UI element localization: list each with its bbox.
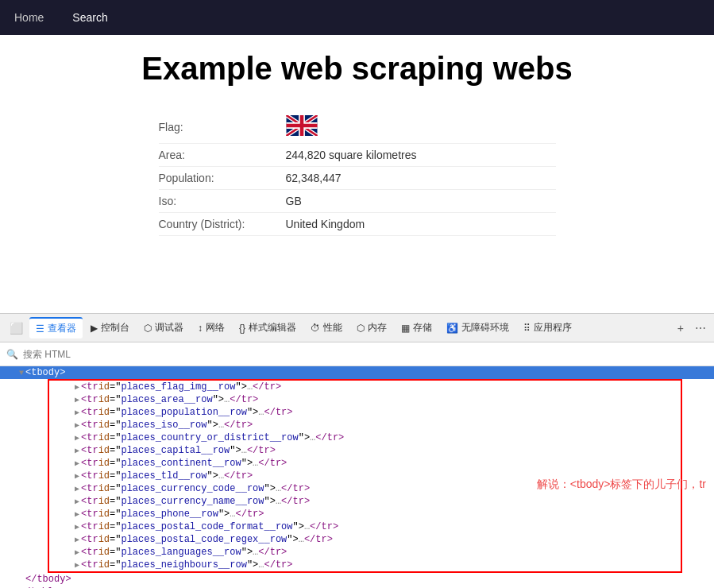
app-icon: ⠿ bbox=[523, 323, 531, 334]
app-label: 应用程序 bbox=[534, 321, 572, 335]
inspector-label: 查看器 bbox=[48, 322, 76, 335]
console-icon: ▶ bbox=[91, 323, 98, 334]
tbody-open-line[interactable]: ▼ <tbody> bbox=[0, 366, 714, 379]
table-row-country[interactable]: ▶ <tr id="places_country_or_district__ro… bbox=[49, 431, 681, 444]
html-tree: ▼ <tbody> ▶ <tr id="places_flag_img__row… bbox=[0, 366, 714, 588]
devtools-cursor-tool[interactable]: ⬜ bbox=[5, 319, 28, 338]
performance-icon: ⏱ bbox=[311, 323, 320, 334]
row-expand-currency-name[interactable]: ▶ bbox=[75, 497, 79, 506]
accessibility-icon: ♿ bbox=[446, 323, 458, 334]
devtools-tab-performance[interactable]: ⏱ 性能 bbox=[304, 318, 349, 338]
storage-label: 存储 bbox=[413, 321, 432, 335]
row-expand-postal-regex[interactable]: ▶ bbox=[75, 535, 79, 544]
population-value: 62,348,447 bbox=[286, 172, 342, 184]
main-content: Example web scraping webs Flag: Area: 24… bbox=[0, 35, 714, 313]
nav-search[interactable]: Search bbox=[66, 8, 114, 27]
html-search-bar: 🔍 bbox=[0, 342, 714, 366]
row-expand-area[interactable]: ▶ bbox=[75, 395, 79, 404]
devtools-tab-memory[interactable]: ⬡ 内存 bbox=[350, 318, 393, 338]
inspector-icon: ☰ bbox=[36, 323, 44, 335]
style-icon: {} bbox=[239, 323, 245, 334]
memory-icon: ⬡ bbox=[357, 323, 365, 334]
more-tools-button[interactable]: ⋯ bbox=[692, 320, 709, 336]
tbody-close-line[interactable]: </tbody> bbox=[0, 573, 714, 586]
debugger-icon: ⬡ bbox=[144, 323, 152, 334]
table-row-currency-name[interactable]: ▶ <tr id="places_currency_name__row"> … … bbox=[49, 495, 681, 508]
page-title: Example web scraping webs bbox=[0, 51, 714, 87]
devtools-tab-inspector[interactable]: ☰ 查看器 bbox=[29, 317, 83, 338]
devtools-tab-style-editor[interactable]: {} 样式编辑器 bbox=[233, 318, 303, 338]
row-expand-population[interactable]: ▶ bbox=[75, 408, 79, 417]
table-row-phone[interactable]: ▶ <tr id="places_phone__row"> … </tr> bbox=[49, 508, 681, 520]
iso-label: Iso: bbox=[159, 195, 286, 207]
performance-label: 性能 bbox=[323, 321, 342, 335]
row-expand-postal-format[interactable]: ▶ bbox=[75, 522, 79, 532]
table-row-languages[interactable]: ▶ <tr id="places_languages__row"> … </tr… bbox=[49, 546, 681, 559]
devtools-tab-debugger[interactable]: ⬡ 调试器 bbox=[137, 318, 190, 338]
country-row: Country (District): United Kingdom bbox=[159, 213, 556, 236]
flag-row: Flag: bbox=[159, 110, 556, 144]
devtools-tab-app[interactable]: ⠿ 应用程序 bbox=[517, 318, 578, 338]
row-expand-continent[interactable]: ▶ bbox=[75, 458, 79, 468]
row-expand-flag[interactable]: ▶ bbox=[75, 382, 79, 392]
devtools-tab-network[interactable]: ↕ 网络 bbox=[191, 318, 231, 338]
flag-label: Flag: bbox=[159, 121, 286, 133]
annotation-text: 解说：<tbody>标签下的儿子们，tr bbox=[537, 478, 706, 492]
table-row-postal-format[interactable]: ▶ <tr id="places_postal_code_format__row… bbox=[49, 520, 681, 533]
network-label: 网络 bbox=[206, 321, 225, 335]
population-label: Population: bbox=[159, 172, 286, 184]
info-table: Flag: Area: 244,820 square kilometres Po… bbox=[159, 110, 556, 236]
area-value: 244,820 square kilometres bbox=[286, 149, 417, 161]
table-row-flag[interactable]: ▶ <tr id="places_flag_img__row"> … </tr> bbox=[49, 381, 681, 393]
iso-row: Iso: GB bbox=[159, 190, 556, 213]
country-value: United Kingdom bbox=[286, 218, 365, 230]
nav-home[interactable]: Home bbox=[8, 8, 50, 27]
row-expand-neighbours[interactable]: ▶ bbox=[75, 560, 79, 570]
uk-flag-icon bbox=[286, 115, 318, 136]
row-expand-country[interactable]: ▶ bbox=[75, 433, 79, 443]
style-editor-label: 样式编辑器 bbox=[249, 321, 296, 335]
tbody-expand-arrow[interactable]: ▼ bbox=[19, 369, 24, 377]
devtools-tab-storage[interactable]: ▦ 存储 bbox=[395, 318, 438, 338]
memory-label: 内存 bbox=[368, 321, 387, 335]
devtools-tab-console[interactable]: ▶ 控制台 bbox=[84, 318, 136, 338]
flag-value bbox=[286, 115, 318, 138]
add-tab-button[interactable]: + bbox=[674, 320, 687, 336]
network-icon: ↕ bbox=[198, 323, 203, 334]
country-label: Country (District): bbox=[159, 218, 286, 230]
html-search-input[interactable] bbox=[23, 349, 708, 360]
iso-value: GB bbox=[286, 195, 302, 207]
devtools-actions: + ⋯ bbox=[674, 320, 709, 336]
accessibility-label: 无障碍环境 bbox=[461, 321, 509, 335]
area-row: Area: 244,820 square kilometres bbox=[159, 144, 556, 167]
table-row-neighbours[interactable]: ▶ <tr id="places_neighbours__row"> … </t… bbox=[49, 559, 681, 571]
storage-icon: ▦ bbox=[401, 323, 410, 334]
debugger-label: 调试器 bbox=[155, 321, 183, 335]
table-row-iso[interactable]: ▶ <tr id="places_iso__row"> … </tr> bbox=[49, 419, 681, 431]
row-expand-phone[interactable]: ▶ bbox=[75, 509, 79, 519]
devtools-panel: ⬜ ☰ 查看器 ▶ 控制台 ⬡ 调试器 ↕ 网络 {} 样式编辑器 ⏱ 性能 ⬡… bbox=[0, 313, 714, 588]
row-expand-tld[interactable]: ▶ bbox=[75, 471, 79, 481]
table-row-area[interactable]: ▶ <tr id="places_area__row"> … </tr> bbox=[49, 393, 681, 406]
row-expand-languages[interactable]: ▶ bbox=[75, 547, 79, 557]
table-row-population[interactable]: ▶ <tr id="places_population__row"> … </t… bbox=[49, 406, 681, 419]
area-label: Area: bbox=[159, 149, 286, 161]
top-navigation: Home Search bbox=[0, 0, 714, 35]
tbody-tag: <tbody> bbox=[25, 367, 65, 378]
row-expand-capital[interactable]: ▶ bbox=[75, 446, 79, 455]
table-row-postal-regex[interactable]: ▶ <tr id="places_postal_code_regex__row"… bbox=[49, 533, 681, 546]
search-icon: 🔍 bbox=[6, 349, 18, 360]
devtools-tab-accessibility[interactable]: ♿ 无障碍环境 bbox=[440, 318, 515, 338]
tbody-children-box: ▶ <tr id="places_flag_img__row"> … </tr>… bbox=[48, 379, 682, 573]
devtools-toolbar: ⬜ ☰ 查看器 ▶ 控制台 ⬡ 调试器 ↕ 网络 {} 样式编辑器 ⏱ 性能 ⬡… bbox=[0, 314, 714, 342]
table-row-capital[interactable]: ▶ <tr id="places_capital__row"> … </tr> bbox=[49, 444, 681, 457]
row-expand-iso[interactable]: ▶ bbox=[75, 420, 79, 430]
row-expand-currency-code[interactable]: ▶ bbox=[75, 484, 79, 493]
table-row-continent[interactable]: ▶ <tr id="places_continent__row"> … </tr… bbox=[49, 457, 681, 470]
console-label: 控制台 bbox=[101, 321, 129, 335]
population-row: Population: 62,348,447 bbox=[159, 167, 556, 190]
